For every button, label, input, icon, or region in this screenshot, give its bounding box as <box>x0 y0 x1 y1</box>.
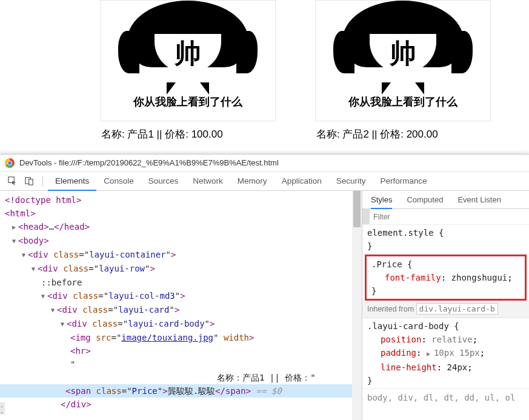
devtools-window: DevTools - file:///F:/temp/20190622_%E9%… <box>0 154 529 420</box>
elements-panel[interactable]: <!doctype html> <html> ▶<head>…</head> ▼… <box>0 191 362 420</box>
product-card: 帅 你从我脸上看到了什么 名称: 产品1 || 价格: 100.00 <box>100 0 276 154</box>
tab-elements[interactable]: Elements <box>48 172 96 191</box>
svg-rect-2 <box>28 179 33 185</box>
face-text: 帅 <box>175 36 201 72</box>
page-content: 帅 你从我脸上看到了什么 名称: 产品1 || 价格: 100.00 帅 你从我… <box>0 0 529 154</box>
window-title: DevTools - file:///F:/temp/20190622_%E9%… <box>19 158 279 167</box>
css-rule[interactable]: .layui-card-body { position: relative; p… <box>362 318 529 389</box>
product-card: 帅 你从我脸上看到了什么 名称: 产品2 || 价格: 200.00 <box>315 0 491 154</box>
subtab-styles[interactable]: Styles <box>371 191 392 209</box>
highlighted-rule: .Price { font-family: zhongshugui; } <box>365 255 527 301</box>
product-info: 名称: 产品1 || 价格: 100.00 <box>100 127 276 141</box>
tab-console[interactable]: Console <box>96 172 141 191</box>
styles-panel: Styles Computed Event Listen element.sty… <box>362 191 529 420</box>
scrollbar[interactable] <box>352 191 362 420</box>
product-image: 帅 你从我脸上看到了什么 <box>100 0 276 121</box>
subtab-computed[interactable]: Computed <box>407 193 443 207</box>
css-rule[interactable]: .Price { font-family: zhongshugui; } <box>367 256 525 299</box>
inspect-element-button[interactable] <box>4 173 21 189</box>
tab-sources[interactable]: Sources <box>141 172 186 191</box>
device-mode-button[interactable] <box>21 173 38 189</box>
chrome-icon <box>5 158 15 168</box>
devtools-toolbar: Elements Console Sources Network Memory … <box>0 172 529 191</box>
inherited-link[interactable]: div.layui-card-b <box>416 303 498 315</box>
expand-ellipsis[interactable]: .. <box>0 402 5 415</box>
tab-memory[interactable]: Memory <box>230 172 274 191</box>
selected-element[interactable]: <span class="Price">龔駿駿.駿駿</span> == $0 <box>0 384 362 398</box>
filter-input[interactable] <box>370 213 529 221</box>
css-rule[interactable]: body, div, dl, dt, dd, ul, ol <box>362 389 529 406</box>
tab-security[interactable]: Security <box>329 172 373 191</box>
tab-network[interactable]: Network <box>185 172 230 191</box>
tab-application[interactable]: Application <box>274 172 329 191</box>
tab-performance[interactable]: Performance <box>373 172 434 191</box>
product-image: 帅 你从我脸上看到了什么 <box>315 0 491 121</box>
css-rule[interactable]: element.style { } <box>362 225 529 255</box>
subtab-eventlisteners[interactable]: Event Listen <box>457 193 501 207</box>
inherited-from: Inherited from div.layui-card-b <box>362 301 529 318</box>
devtools-titlebar: DevTools - file:///F:/temp/20190622_%E9%… <box>0 155 529 172</box>
product-info: 名称: 产品2 || 价格: 200.00 <box>315 127 491 141</box>
face-text: 帅 <box>390 36 416 72</box>
